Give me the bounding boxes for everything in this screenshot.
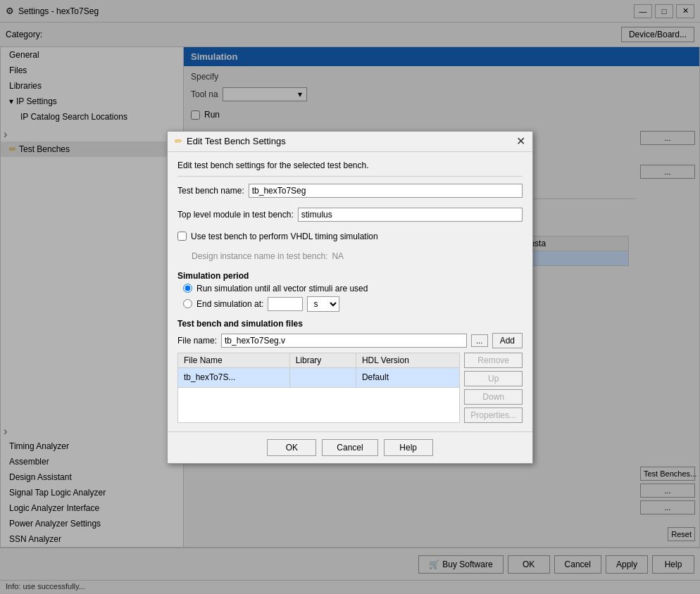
remove-file-button[interactable]: Remove [464,353,523,368]
file-name-row: File name: ... Add [177,333,523,348]
file-row-name: tb_hexTo7S... [178,367,290,387]
add-file-button[interactable]: Add [492,333,523,348]
modal-close-button[interactable]: ✕ [516,136,525,147]
modal-body: Edit test bench settings for the selecte… [168,152,532,431]
file-col-library: Library [289,353,356,367]
end-sim-unit-select[interactable]: fs ps ns us ms s [307,296,339,312]
modal-cancel-button[interactable]: Cancel [322,439,377,456]
design-instance-row: Design instance name in test bench: NA [177,251,523,261]
bench-name-input[interactable] [249,184,523,198]
file-browse-button[interactable]: ... [471,334,488,347]
file-col-hdl: HDL Version [356,353,459,367]
bench-name-row: Test bench name: [177,184,523,198]
radio-end-sim-label: End simulation at: [196,299,263,309]
modal-title-bar: ✏ Edit Test Bench Settings ✕ [168,132,532,152]
top-module-label: Top level module in test bench: [177,210,294,220]
vhdl-checkbox-label: Use test bench to perform VHDL timing si… [191,232,378,241]
up-file-button[interactable]: Up [464,371,523,386]
file-row-library [289,367,356,387]
design-instance-label: Design instance name in test bench: [177,251,327,261]
modal-dialog: ✏ Edit Test Bench Settings ✕ Edit test b… [167,131,533,464]
file-action-buttons: Remove Up Down Properties... [464,353,523,423]
modal-footer: OK Cancel Help [168,431,532,463]
modal-overlay: ✏ Edit Test Bench Settings ✕ Edit test b… [0,0,700,594]
modal-description: Edit test bench settings for the selecte… [177,160,523,177]
modal-title-left: ✏ Edit Test Bench Settings [175,136,286,146]
file-table-empty-row [178,387,460,422]
sim-period-section: Simulation period Run simulation until a… [177,271,523,312]
radio-all-vectors-label: Run simulation until all vector stimuli … [196,284,368,293]
file-name-input[interactable] [221,334,467,348]
file-table-row[interactable]: tb_hexTo7S... Default [178,367,460,387]
modal-help-button[interactable]: Help [384,439,433,456]
files-section: Test bench and simulation files File nam… [177,319,523,423]
sim-period-label: Simulation period [177,271,523,281]
files-section-label: Test bench and simulation files [177,319,523,329]
top-module-row: Top level module in test bench: [177,208,523,222]
radio-all-vectors[interactable] [183,284,192,293]
end-sim-row: End simulation at: fs ps ns us ms s [177,296,523,312]
file-table-area: File Name Library HDL Version tb_hexTo7S… [177,353,523,423]
radio-all-vectors-row: Run simulation until all vector stimuli … [177,284,523,293]
vhdl-checkbox-row: Use test bench to perform VHDL timing si… [177,232,523,241]
radio-end-sim[interactable] [183,299,192,308]
design-instance-value: NA [332,251,344,261]
modal-title: Edit Test Bench Settings [187,136,286,146]
down-file-button[interactable]: Down [464,389,523,405]
vhdl-checkbox[interactable] [177,232,187,241]
bench-name-label: Test bench name: [177,186,244,196]
modal-ok-button[interactable]: OK [267,439,316,456]
properties-file-button[interactable]: Properties... [464,407,523,423]
top-module-input[interactable] [298,208,523,222]
file-table: File Name Library HDL Version tb_hexTo7S… [177,353,460,423]
file-row-hdl: Default [356,367,459,387]
file-name-label: File name: [177,336,217,346]
modal-pencil-icon: ✏ [175,136,182,146]
end-sim-value-input[interactable] [268,297,303,311]
file-col-name: File Name [178,353,290,367]
